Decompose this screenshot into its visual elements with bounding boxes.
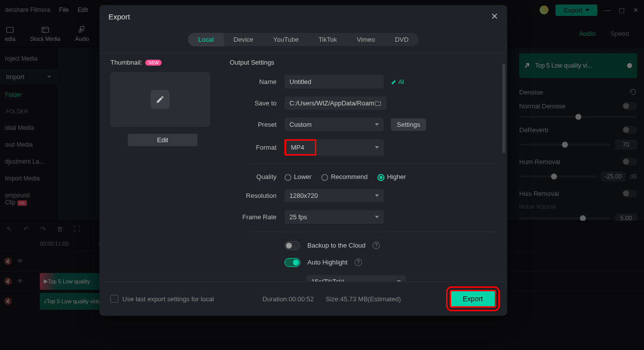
use-last-settings-checkbox[interactable]: Use last export settings for local — [110, 295, 214, 303]
preset-dropdown[interactable]: Custom — [284, 118, 384, 131]
close-modal-icon[interactable]: ✕ — [491, 11, 498, 22]
quality-recommend-radio[interactable]: Recommend — [321, 173, 368, 181]
output-settings-header: Output Settings — [230, 59, 496, 66]
saveto-input[interactable]: C:/Users/WIZ/AppData/Roam — [284, 96, 386, 110]
thumbnail-preview[interactable] — [110, 72, 210, 127]
export-button[interactable]: Export — [450, 290, 496, 308]
format-label: Format — [230, 144, 284, 151]
ai-name-button[interactable]: AI — [391, 79, 404, 86]
quality-higher-radio[interactable]: Higher — [377, 173, 406, 181]
format-dropdown[interactable]: MP4 — [284, 139, 384, 156]
backup-cloud-toggle[interactable] — [284, 241, 300, 250]
framerate-label: Frame Rate — [230, 213, 284, 221]
saveto-label: Save to — [230, 99, 284, 107]
framerate-dropdown[interactable]: 25 fps — [284, 210, 384, 224]
preset-settings-button[interactable]: Settings — [391, 118, 426, 131]
quality-lower-radio[interactable]: Lower — [284, 173, 311, 181]
highlight-preset-dropdown[interactable]: 15s(TikTok) — [306, 275, 406, 282]
name-input[interactable]: Untitled — [284, 75, 384, 88]
duration-text: Duration:00:00:52 — [263, 295, 314, 303]
resolution-label: Resolution — [230, 192, 284, 199]
backup-cloud-label: Backup to the Cloud — [307, 242, 366, 249]
auto-highlight-toggle[interactable] — [284, 258, 300, 267]
tab-local[interactable]: Local — [188, 33, 223, 46]
export-tabs: Local Device YouTube TikTok Vimeo DVD — [99, 28, 507, 53]
pencil-icon — [391, 79, 397, 85]
name-label: Name — [230, 78, 284, 86]
highlight-help-icon[interactable]: ? — [355, 259, 362, 266]
quality-label: Quality — [230, 173, 284, 180]
tab-dvd[interactable]: DVD — [385, 33, 418, 46]
preset-label: Preset — [230, 121, 284, 128]
modal-title: Export — [108, 12, 130, 21]
auto-highlight-label: Auto Highlight — [307, 259, 348, 266]
new-badge: NEW — [145, 60, 162, 66]
resolution-dropdown[interactable]: 1280x720 — [284, 189, 384, 202]
export-modal: Export ✕ Local Device YouTube TikTok Vim… — [99, 5, 507, 316]
folder-icon[interactable] — [374, 100, 381, 107]
thumbnail-label: Thumbnail: NEW — [110, 59, 215, 66]
edit-thumbnail-button[interactable]: Edit — [128, 134, 197, 146]
tab-youtube[interactable]: YouTube — [263, 33, 308, 46]
edit-thumbnail-icon — [151, 90, 170, 109]
size-text: Size:45.73 MB(Estimated) — [326, 295, 401, 303]
tab-tiktok[interactable]: TikTok — [308, 33, 347, 46]
tab-vimeo[interactable]: Vimeo — [347, 33, 385, 46]
tab-device[interactable]: Device — [224, 33, 264, 46]
backup-help-icon[interactable]: ? — [372, 242, 380, 249]
